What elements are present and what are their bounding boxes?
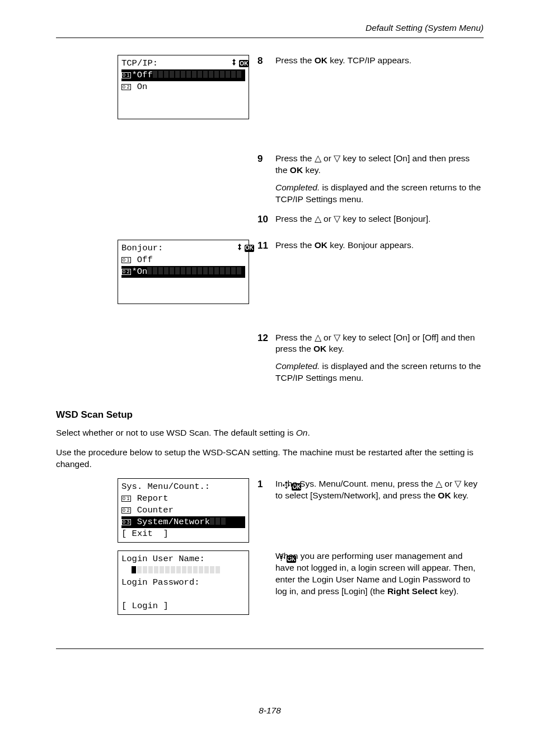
- lcd-tcpip: TCP/IP: OK 0 1*Off 0 2 On: [118, 55, 249, 119]
- lcd-sysmenu: Sys. Menu/Count.: OK 0 1 Report 0 2 Coun…: [118, 478, 249, 543]
- page-number: 8-178: [56, 705, 484, 717]
- rule-top: [56, 38, 484, 38]
- step-number: 11: [257, 240, 275, 253]
- step-wsd-login-note: When you are performing user management …: [257, 550, 484, 598]
- lcd-num-icon: 0 3: [121, 519, 131, 525]
- lcd-login-title: Login User Name:: [121, 553, 205, 565]
- step-10: 10 Press the △ or ▽ key to select [Bonjo…: [257, 213, 484, 226]
- lcd-num-icon: 0 2: [121, 507, 131, 514]
- step-number: 12: [257, 332, 275, 385]
- lcd-opt-on: *On: [132, 266, 148, 278]
- lcd-row-report: Report: [132, 493, 168, 505]
- lcd-softkey-exit: [ Exit ]: [121, 528, 245, 540]
- section-paragraph: Use the procedure below to setup the WSD…: [56, 447, 484, 470]
- step-text: Press the △ or ▽ key to select [Bonjour]…: [275, 213, 484, 225]
- lcd-opt-off: Off: [132, 254, 153, 266]
- section-heading-wsd: WSD Scan Setup: [56, 409, 484, 422]
- step-text: Press the △ or ▽ key to select [On] and …: [275, 153, 484, 176]
- step-text: In the Sys. Menu/Count. menu, press the …: [275, 478, 484, 502]
- step-12: 12 Press the △ or ▽ key to select [On] o…: [257, 332, 484, 385]
- rule-bottom: [56, 648, 484, 649]
- lcd-sysmenu-title: Sys. Menu/Count.:: [121, 481, 210, 493]
- step-number: 8: [257, 55, 275, 68]
- lcd-input-cursor: [132, 565, 221, 577]
- step-text: Press the △ or ▽ key to select [On] or […: [275, 332, 484, 356]
- running-head: Default Setting (System Menu): [56, 22, 484, 38]
- arrows-ud-icon: [163, 231, 242, 266]
- ok-badge-icon: OK: [239, 60, 249, 67]
- lcd-login: Login User Name: OK: [118, 550, 249, 615]
- step-11: 11 Press the OK key. Bonjour appears.: [257, 240, 484, 253]
- step-text: Press the OK key. Bonjour appears.: [275, 240, 484, 251]
- lcd-num-icon: 0 1: [121, 72, 131, 78]
- lcd-bonjour: Bonjour: OK 0 1 Off 0 2*On: [118, 240, 249, 304]
- step-number: 9: [257, 153, 275, 206]
- step-number: 1: [257, 478, 275, 502]
- lcd-login-password-label: Login Password:: [121, 577, 245, 589]
- step-8: 8 Press the OK key. TCP/IP appears.: [257, 55, 484, 68]
- step-text: When you are performing user management …: [275, 550, 484, 598]
- lcd-num-icon: 0 1: [121, 496, 131, 502]
- step-note: Completed. is displayed and the screen r…: [275, 182, 484, 206]
- step-text: Press the OK key. TCP/IP appears.: [275, 55, 484, 67]
- step-9: 9 Press the △ or ▽ key to select [On] an…: [257, 153, 484, 206]
- lcd-row-system: System/Network: [132, 516, 210, 528]
- step-number: 10: [257, 213, 275, 226]
- lcd-num-icon: 0 2: [121, 84, 131, 90]
- step-note: Completed. is displayed and the screen r…: [275, 361, 484, 384]
- lcd-softkey-login: [ Login ]: [121, 600, 245, 612]
- lcd-num-icon: 0 2: [121, 269, 131, 275]
- section-paragraph: Select whether or not to use WSD Scan. T…: [56, 427, 484, 439]
- lcd-num-icon: 0 1: [121, 257, 131, 263]
- lcd-opt-on: On: [132, 81, 148, 93]
- step-wsd-1: 1 In the Sys. Menu/Count. menu, press th…: [257, 478, 484, 502]
- lcd-opt-off: *Off: [132, 69, 153, 81]
- lcd-bonjour-title: Bonjour:: [121, 242, 163, 254]
- lcd-row-counter: Counter: [132, 505, 174, 516]
- lcd-tcpip-title: TCP/IP:: [121, 58, 158, 69]
